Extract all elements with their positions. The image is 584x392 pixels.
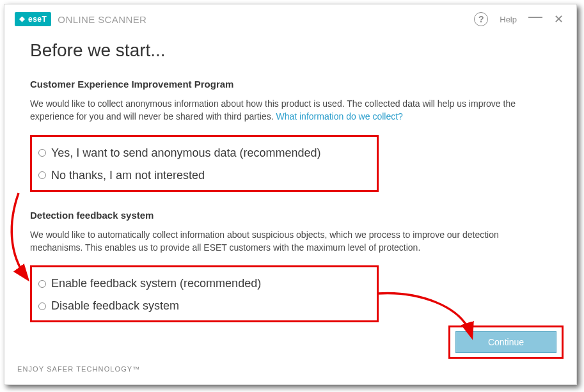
section1-heading: Customer Experience Improvement Program bbox=[30, 79, 551, 90]
continue-button[interactable]: Continue bbox=[455, 331, 556, 353]
ceip-radio-group: Yes, I want to send anonymous data (reco… bbox=[30, 135, 379, 192]
main-window: eseT ONLINE SCANNER ? Help — ✕ Before we… bbox=[4, 4, 577, 385]
continue-highlight-box: Continue bbox=[448, 325, 564, 359]
section2-heading: Detection feedback system bbox=[30, 210, 551, 221]
section2-description: We would like to automatically collect i… bbox=[30, 228, 551, 255]
radio-icon bbox=[38, 280, 46, 288]
feedback-disable-option[interactable]: Disable feedback system bbox=[38, 299, 370, 313]
section1-description-text: We would like to collect anonymous infor… bbox=[30, 98, 516, 122]
help-link[interactable]: Help bbox=[500, 15, 517, 24]
help-icon[interactable]: ? bbox=[474, 12, 488, 26]
footer-tagline: ENJOY SAFER TECHNOLOGY™ bbox=[17, 365, 140, 373]
ceip-yes-option[interactable]: Yes, I want to send anonymous data (reco… bbox=[38, 146, 370, 160]
radio-icon bbox=[38, 149, 46, 157]
feedback-radio-group: Enable feedback system (recommended) Dis… bbox=[30, 265, 379, 322]
radio-icon bbox=[38, 302, 46, 310]
what-info-link[interactable]: What information do we collect? bbox=[276, 111, 402, 122]
ceip-no-option[interactable]: No thanks, I am not interested bbox=[38, 169, 370, 182]
product-name: ONLINE SCANNER bbox=[58, 14, 146, 25]
feedback-enable-label: Enable feedback system (recommended) bbox=[51, 277, 261, 290]
page-title: Before we start... bbox=[30, 40, 551, 61]
radio-icon bbox=[38, 171, 46, 179]
feedback-enable-option[interactable]: Enable feedback system (recommended) bbox=[38, 277, 370, 290]
close-button[interactable]: ✕ bbox=[554, 12, 564, 26]
ceip-yes-label: Yes, I want to send anonymous data (reco… bbox=[51, 146, 321, 160]
feedback-disable-label: Disable feedback system bbox=[51, 299, 179, 313]
titlebar: eseT ONLINE SCANNER ? Help — ✕ bbox=[4, 4, 576, 30]
titlebar-controls: ? Help — ✕ bbox=[474, 12, 566, 26]
ceip-no-label: No thanks, I am not interested bbox=[51, 169, 205, 182]
content-area: Before we start... Customer Experience I… bbox=[4, 30, 576, 322]
eset-logo: eseT bbox=[15, 12, 51, 26]
section1-description: We would like to collect anonymous infor… bbox=[30, 97, 551, 123]
